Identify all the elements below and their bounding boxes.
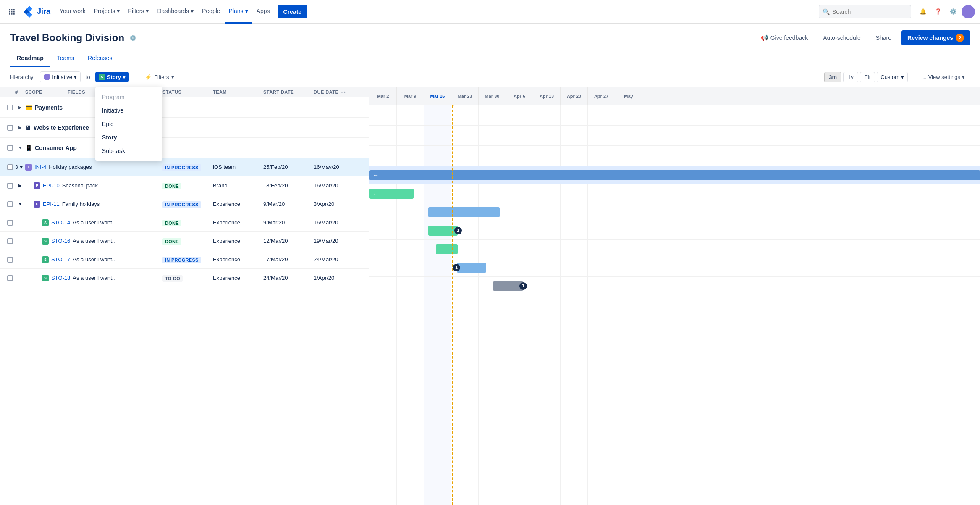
sto14-checkbox[interactable] bbox=[7, 220, 13, 226]
jira-logo[interactable]: Jira bbox=[24, 6, 50, 18]
hierarchy-from-button[interactable]: Initiative ▾ bbox=[40, 71, 81, 82]
search-icon: 🔍 bbox=[823, 8, 830, 15]
sto16-checkbox[interactable] bbox=[7, 238, 13, 244]
topnav-dashboards[interactable]: Dashboards ▾ bbox=[153, 0, 198, 24]
sto14-team: Experience bbox=[213, 219, 263, 226]
epi10-due: 16/Mar/20 bbox=[314, 182, 364, 189]
gantt-col-apr6: Apr 6 bbox=[506, 87, 533, 105]
sto14-start: 9/Mar/20 bbox=[263, 219, 314, 226]
section-payments[interactable]: ▶ 💳 Payments bbox=[0, 97, 369, 118]
give-feedback-button[interactable]: 📢 Give feedback bbox=[756, 32, 813, 44]
dropdown-item-epic[interactable]: Epic bbox=[95, 117, 162, 131]
svg-rect-4 bbox=[11, 11, 13, 12]
payments-checkbox[interactable] bbox=[7, 105, 13, 110]
dropdown-item-initiative[interactable]: Initiative bbox=[95, 104, 162, 117]
ini4-checkbox[interactable] bbox=[7, 164, 13, 170]
review-changes-button[interactable]: Review changes 2 bbox=[901, 30, 970, 45]
row-ini4[interactable]: 3 ▼ I INI-4 Holiday packages IN PROGRESS… bbox=[0, 158, 369, 176]
section-website[interactable]: ▶ 🖥 Website Experience bbox=[0, 118, 369, 138]
tab-teams[interactable]: Teams bbox=[50, 50, 81, 67]
story-icon-sto17: S bbox=[42, 256, 49, 263]
topnav-filters[interactable]: Filters ▾ bbox=[124, 0, 153, 24]
project-settings-button[interactable]: ⚙️ bbox=[128, 33, 138, 43]
tab-releases[interactable]: Releases bbox=[81, 50, 119, 67]
sto16-key[interactable]: STO-16 bbox=[51, 238, 70, 244]
time-fit-button[interactable]: Fit bbox=[860, 72, 875, 82]
gantt-panel: Mar 2 Mar 9 Mar 16 Mar 23 Mar 30 Apr 6 A… bbox=[369, 87, 980, 505]
avatar[interactable] bbox=[962, 5, 975, 18]
sto17-checkbox[interactable] bbox=[7, 257, 13, 263]
sto18-status: TO DO bbox=[162, 275, 183, 282]
section-consumer[interactable]: ▼ 📱 Consumer App bbox=[0, 138, 369, 158]
ini4-expand[interactable]: ▼ bbox=[19, 164, 24, 170]
consumer-expand[interactable]: ▼ bbox=[15, 145, 25, 150]
epi10-key[interactable]: EPI-10 bbox=[43, 182, 60, 189]
gantt-col-apr20: Apr 20 bbox=[561, 87, 588, 105]
more-options-icon[interactable]: ••• bbox=[340, 89, 346, 95]
filter-icon: ⚡ bbox=[145, 74, 152, 80]
gantt-bar-sto14[interactable]: 1 bbox=[428, 226, 458, 236]
gantt-bar-sto18[interactable]: 1 bbox=[493, 281, 523, 291]
consumer-checkbox[interactable] bbox=[7, 145, 13, 151]
sto18-key[interactable]: STO-18 bbox=[51, 275, 70, 281]
row-sto14[interactable]: S STO-14 As a user I want.. DONE Experie… bbox=[0, 213, 369, 232]
search-box[interactable]: 🔍 bbox=[819, 5, 911, 18]
duedate-header: Due date ••• bbox=[314, 89, 364, 95]
time-1y-button[interactable]: 1y bbox=[843, 72, 858, 82]
page-title-row: Travel Booking Division ⚙️ 📢 Give feedba… bbox=[10, 30, 970, 45]
gantt-bar-epi11[interactable] bbox=[428, 207, 500, 217]
row-sto16[interactable]: S STO-16 As a user I want.. DONE Experie… bbox=[0, 232, 369, 250]
epi11-team: Experience bbox=[213, 201, 263, 207]
row-epi11[interactable]: ▼ E EPI-11 Family holidays IN PROGRESS E… bbox=[0, 195, 369, 213]
gantt-row-payments bbox=[369, 105, 980, 126]
time-3m-button[interactable]: 3m bbox=[824, 72, 841, 82]
dropdown-item-subtask[interactable]: Sub-task bbox=[95, 144, 162, 158]
filters-button[interactable]: ⚡ Filters ▾ bbox=[139, 72, 180, 82]
gantt-bar-ini4[interactable]: ← bbox=[369, 170, 980, 180]
sto14-status: DONE bbox=[162, 220, 181, 226]
row-epi10[interactable]: ▶ E EPI-10 Seasonal pack DONE Brand 18/F… bbox=[0, 176, 369, 195]
auto-schedule-button[interactable]: Auto-schedule bbox=[818, 32, 866, 44]
sto14-key[interactable]: STO-14 bbox=[51, 219, 70, 226]
notifications-button[interactable]: 🔔 bbox=[916, 5, 930, 18]
sto18-checkbox[interactable] bbox=[7, 275, 13, 281]
monitor-icon: 🖥 bbox=[25, 124, 31, 131]
sto17-key[interactable]: STO-17 bbox=[51, 256, 70, 263]
epi11-expand[interactable]: ▼ bbox=[15, 202, 25, 206]
row-sto17[interactable]: S STO-17 As a user I want.. IN PROGRESS … bbox=[0, 250, 369, 269]
app-switcher-button[interactable] bbox=[5, 5, 18, 18]
custom-button[interactable]: Custom ▾ bbox=[877, 72, 908, 82]
help-button[interactable]: ❓ bbox=[931, 5, 945, 18]
search-input[interactable] bbox=[832, 8, 907, 15]
topnav-apps[interactable]: Apps bbox=[252, 0, 274, 24]
topnav-your-work[interactable]: Your work bbox=[55, 0, 90, 24]
topnav-projects[interactable]: Projects ▾ bbox=[90, 0, 124, 24]
row-sto18[interactable]: S STO-18 As a user I want.. TO DO Experi… bbox=[0, 269, 369, 287]
dropdown-item-story[interactable]: Story bbox=[95, 131, 162, 144]
ini4-key[interactable]: INI-4 bbox=[34, 164, 46, 170]
view-settings-button[interactable]: ≡ View settings ▾ bbox=[918, 72, 970, 82]
payments-expand[interactable]: ▶ bbox=[15, 105, 25, 110]
epi10-expand[interactable]: ▶ bbox=[15, 183, 25, 188]
tab-roadmap[interactable]: Roadmap bbox=[10, 50, 50, 67]
topnav-plans[interactable]: Plans ▾ bbox=[225, 0, 252, 24]
to-label: to bbox=[86, 74, 90, 80]
gantt-bar-sto16[interactable] bbox=[436, 244, 458, 254]
share-button[interactable]: Share bbox=[871, 32, 896, 44]
website-checkbox[interactable] bbox=[7, 125, 13, 131]
ini4-count: 3 bbox=[15, 164, 18, 170]
gantt-row-consumer bbox=[369, 146, 980, 166]
epi11-checkbox[interactable] bbox=[7, 201, 13, 207]
topnav-people[interactable]: People bbox=[198, 0, 225, 24]
settings-button[interactable]: ⚙️ bbox=[946, 5, 960, 18]
epi10-checkbox[interactable] bbox=[7, 183, 13, 189]
gantt-bar-sto17[interactable]: 1 bbox=[457, 263, 486, 273]
chevron-down-icon: ▾ bbox=[117, 8, 120, 14]
megaphone-icon: 📢 bbox=[761, 34, 768, 41]
gantt-bar-epi10[interactable]: ← bbox=[369, 189, 414, 199]
create-button[interactable]: Create bbox=[278, 5, 308, 18]
hierarchy-to-button[interactable]: S Story ▾ bbox=[95, 72, 129, 82]
website-expand[interactable]: ▶ bbox=[15, 125, 25, 130]
epi11-key[interactable]: EPI-11 bbox=[43, 201, 60, 207]
settings-lines-icon: ≡ bbox=[923, 74, 927, 80]
